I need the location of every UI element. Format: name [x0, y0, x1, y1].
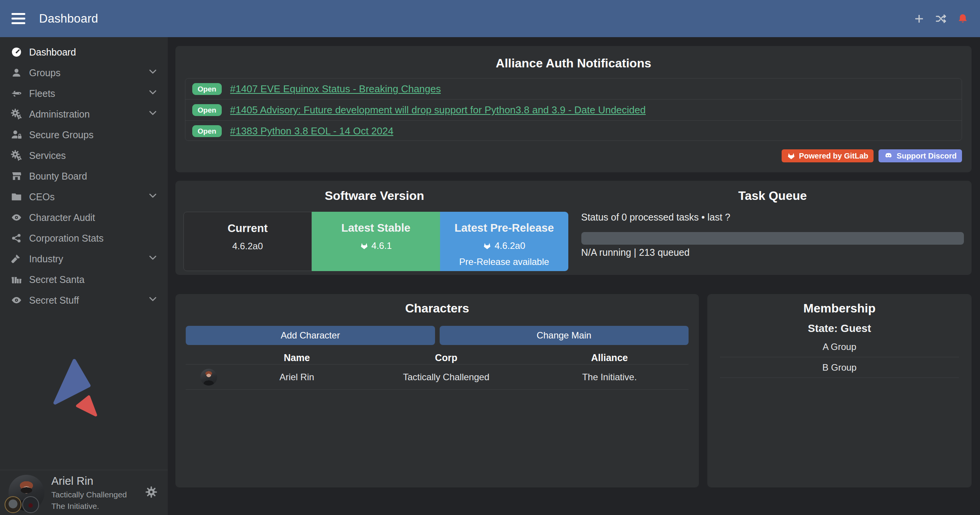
sidebar-item-services[interactable]: Services [0, 145, 168, 166]
sidebar-item-character-audit[interactable]: Character Audit [0, 207, 168, 228]
change-main-button[interactable]: Change Main [440, 326, 689, 345]
spaceship-icon [10, 88, 23, 99]
chevron-down-icon [148, 253, 158, 265]
task-queue-title: Task Queue [574, 188, 972, 203]
gitlab-badge[interactable]: Powered by GitLab [782, 149, 874, 162]
user-info: Ariel Rin Tactically Challenged The Init… [51, 474, 127, 511]
notification-link[interactable]: #1407 EVE Equinox Status - Breaking Chan… [230, 83, 441, 95]
change-main-shuffle-icon[interactable] [935, 13, 947, 25]
notification-link[interactable]: #1383 Python 3.8 EOL - 14 Oct 2024 [230, 125, 394, 137]
content-area: Alliance Auth Notifications Open #1407 E… [168, 37, 980, 515]
user-alliance: The Initiative. [51, 501, 127, 511]
dashboard-gauge-icon [10, 46, 23, 58]
top-navbar: Dashboard [0, 0, 980, 37]
software-version-section: Software Version Current 4.6.2a0 Latest … [175, 181, 574, 275]
add-character-icon[interactable] [913, 13, 925, 25]
gears-icon [10, 108, 23, 120]
corp-logo-icon [5, 496, 21, 513]
user-panel: Ariel Rin Tactically Challenged The Init… [0, 470, 168, 515]
membership-groups-list: A Group B Group [720, 337, 959, 378]
cell-name: Ariel Rin [232, 372, 362, 383]
chevron-down-icon [148, 67, 158, 79]
user-avatar [8, 475, 44, 511]
membership-panel: Membership State: Guest A Group B Group [707, 294, 972, 487]
version-current: Current 4.6.2a0 [183, 212, 312, 271]
header-corp: Corp [362, 352, 530, 363]
chevron-down-icon [148, 191, 158, 203]
cell-corp: Tactically Challenged [362, 372, 530, 383]
gitlab-icon [483, 242, 491, 250]
status-badge: Open [192, 125, 222, 137]
version-latest-prerelease: Latest Pre-Release 4.6.2a0 Pre-Release a… [440, 212, 568, 271]
bottom-row: Characters Add Character Change Main Nam… [175, 294, 972, 487]
share-nodes-icon [10, 232, 23, 244]
user-settings-gear-icon[interactable] [145, 486, 158, 500]
notifications-list: Open #1407 EVE Equinox Status - Breaking… [185, 78, 962, 141]
discord-icon [884, 152, 893, 160]
eye-icon [10, 212, 23, 223]
gitlab-icon [360, 242, 368, 250]
eye-icon [10, 294, 23, 306]
add-character-button[interactable]: Add Character [186, 326, 435, 345]
notification-item: Open #1407 EVE Equinox Status - Breaking… [185, 78, 962, 100]
sidebar-item-fleets[interactable]: Fleets [0, 83, 168, 104]
alliance-auth-app: Dashboard Dashboard Groups [0, 0, 980, 515]
folder-icon [10, 191, 23, 203]
chevron-down-icon [148, 87, 158, 100]
chevron-down-icon [148, 108, 158, 120]
sidebar-item-secret-stuff[interactable]: Secret Stuff [0, 290, 168, 311]
cell-alliance: The Initiative. [530, 372, 689, 383]
notifications-panel: Alliance Auth Notifications Open #1407 E… [175, 46, 972, 172]
sidebar-toggle-icon[interactable] [11, 13, 25, 24]
notifications-title: Alliance Auth Notifications [185, 56, 962, 70]
version-latest-stable: Latest Stable 4.6.1 [312, 212, 440, 271]
characters-table-header: Name Corp Alliance [186, 351, 689, 364]
navbar-actions [913, 13, 969, 25]
storefront-icon [10, 170, 23, 182]
status-badge: Open [192, 104, 222, 116]
characters-panel: Characters Add Character Change Main Nam… [175, 294, 699, 487]
user-lock-icon [10, 129, 23, 141]
hammer-icon [10, 253, 23, 265]
sidebar-item-dashboard[interactable]: Dashboard [0, 42, 168, 62]
character-portrait [200, 369, 217, 386]
user-icon [10, 67, 23, 78]
header-name: Name [232, 352, 362, 363]
notification-item: Open #1383 Python 3.8 EOL - 14 Oct 2024 [185, 121, 962, 141]
software-taskqueue-panel: Software Version Current 4.6.2a0 Latest … [175, 181, 972, 275]
sidebar-item-corporation-stats[interactable]: Corporation Stats [0, 228, 168, 249]
chevron-down-icon [148, 294, 158, 306]
main-layout: Dashboard Groups Fleets Administration [0, 37, 980, 515]
membership-title: Membership [720, 301, 959, 316]
external-badges: Powered by GitLab Support Discord [185, 149, 962, 162]
sidebar-menu: Dashboard Groups Fleets Administration [0, 37, 168, 311]
membership-state: State: Guest [720, 322, 959, 335]
character-actions: Add Character Change Main [186, 326, 689, 345]
alliance-logo-icon [22, 496, 39, 513]
sidebar-item-secure-groups[interactable]: Secure Groups [0, 124, 168, 145]
user-name: Ariel Rin [51, 474, 127, 488]
sidebar-item-groups[interactable]: Groups [0, 62, 168, 83]
gifts-icon [10, 274, 23, 285]
software-version-title: Software Version [175, 188, 574, 203]
sidebar: Dashboard Groups Fleets Administration [0, 37, 168, 515]
sidebar-item-secret-santa[interactable]: Secret Santa [0, 269, 168, 290]
page-title: Dashboard [39, 12, 98, 26]
sidebar-item-industry[interactable]: Industry [0, 249, 168, 269]
table-row: Ariel Rin Tactically Challenged The Init… [186, 364, 689, 390]
list-item: B Group [720, 357, 959, 378]
discord-badge[interactable]: Support Discord [879, 149, 962, 162]
sidebar-item-ceos[interactable]: CEOs [0, 186, 168, 207]
sidebar-item-bounty-board[interactable]: Bounty Board [0, 166, 168, 186]
task-queue-summary: N/A running | 213 queued [581, 247, 964, 258]
task-queue-status: Status of 0 processed tasks • last ? [581, 212, 964, 223]
notification-item: Open #1405 Advisory: Future development … [185, 100, 962, 121]
notifications-bell-icon[interactable] [957, 13, 969, 25]
notification-link[interactable]: #1405 Advisory: Future development will … [230, 104, 646, 116]
header-alliance: Alliance [530, 352, 689, 363]
gitlab-icon [787, 152, 795, 160]
status-badge: Open [192, 83, 222, 95]
alliance-auth-logo [51, 346, 118, 434]
sidebar-item-administration[interactable]: Administration [0, 104, 168, 124]
task-queue-progress-bar [581, 232, 964, 245]
